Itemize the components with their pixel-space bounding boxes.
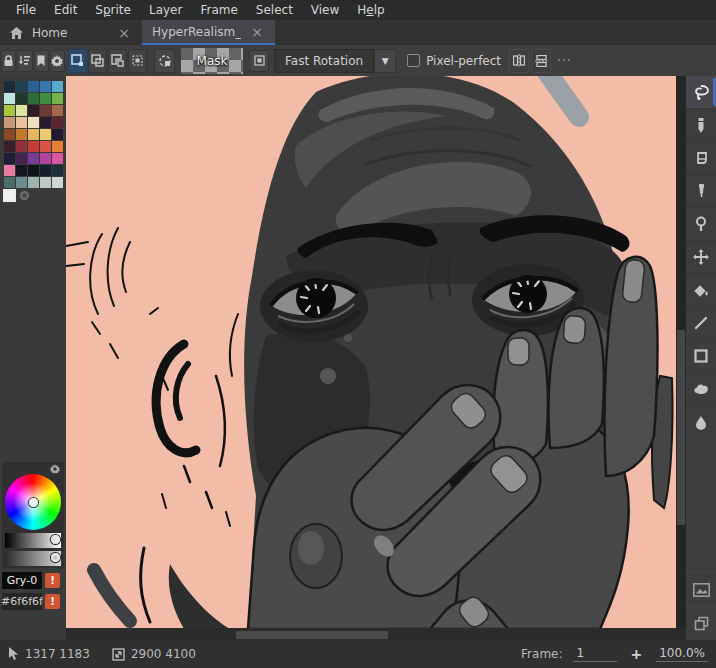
- tool-line[interactable]: [686, 307, 716, 340]
- tool-paint-bucket[interactable]: [686, 274, 716, 307]
- selection-replace-button[interactable]: [68, 49, 87, 73]
- value-slider[interactable]: [5, 533, 61, 548]
- layers-button[interactable]: [686, 606, 716, 640]
- hex-warning-button[interactable]: !: [45, 594, 60, 609]
- menu-edit[interactable]: Edit: [45, 1, 86, 19]
- palette-options-button[interactable]: [50, 50, 65, 72]
- transparent-color-icon[interactable]: [20, 191, 29, 200]
- palette-swatch[interactable]: [52, 117, 63, 128]
- tool-zoom[interactable]: [686, 208, 716, 241]
- pixel-perfect-option[interactable]: Pixel-perfect: [407, 54, 501, 68]
- pixel-perfect-checkbox[interactable]: [407, 54, 420, 67]
- palette-swatch[interactable]: [52, 177, 63, 188]
- horizontal-scrollbar-thumb[interactable]: [236, 631, 388, 639]
- palette-swatch[interactable]: [16, 81, 27, 92]
- tool-pencil[interactable]: [686, 109, 716, 142]
- palette-swatch[interactable]: [16, 93, 27, 104]
- palette-swatch[interactable]: [40, 93, 51, 104]
- palette-swatch[interactable]: [4, 177, 15, 188]
- palette-swatch[interactable]: [52, 81, 63, 92]
- palette-swatch[interactable]: [40, 129, 51, 140]
- vertical-scrollbar-thumb[interactable]: [677, 330, 685, 525]
- palette-swatch[interactable]: [4, 165, 15, 176]
- palette-swatch[interactable]: [28, 105, 39, 116]
- palette-swatch[interactable]: [40, 105, 51, 116]
- palette-swatch[interactable]: [52, 129, 63, 140]
- palette-lock-button[interactable]: [1, 50, 16, 72]
- palette-swatch[interactable]: [16, 153, 27, 164]
- color-wheel[interactable]: [5, 474, 61, 530]
- palette-swatch[interactable]: [16, 105, 27, 116]
- palette-swatch[interactable]: [40, 117, 51, 128]
- menu-frame[interactable]: Frame: [191, 1, 246, 19]
- color-wheel-cursor[interactable]: [29, 498, 38, 507]
- palette-swatch[interactable]: [4, 129, 15, 140]
- tool-eyedropper[interactable]: [686, 175, 716, 208]
- symmetry-vertical-button[interactable]: [509, 49, 529, 73]
- menu-file[interactable]: File: [7, 1, 45, 19]
- palette-presets-button[interactable]: [34, 50, 49, 72]
- foreground-color-name[interactable]: Gry-0: [2, 572, 42, 589]
- chevron-down-icon[interactable]: ▼: [374, 49, 396, 73]
- menu-view[interactable]: View: [302, 1, 348, 19]
- brush-preview[interactable]: Mask: [181, 48, 243, 74]
- tab-home-close-icon[interactable]: ×: [116, 26, 132, 40]
- alpha-slider[interactable]: [5, 551, 61, 566]
- palette-swatch[interactable]: [4, 153, 15, 164]
- zoom-input[interactable]: 100.0%: [656, 646, 708, 662]
- tool-contour[interactable]: [686, 373, 716, 406]
- color-warning-button[interactable]: !: [45, 573, 60, 588]
- tool-eraser[interactable]: [686, 142, 716, 175]
- palette-swatch[interactable]: [40, 165, 51, 176]
- horizontal-scrollbar[interactable]: [66, 630, 676, 640]
- tool-selection[interactable]: [686, 76, 716, 109]
- palette-swatch[interactable]: [52, 165, 63, 176]
- palette-swatch[interactable]: [28, 177, 39, 188]
- palette-swatch[interactable]: [28, 141, 39, 152]
- palette-swatch[interactable]: [4, 105, 15, 116]
- palette-swatch[interactable]: [16, 177, 27, 188]
- palette-swatch[interactable]: [16, 129, 27, 140]
- palette-swatch[interactable]: [4, 93, 15, 104]
- tab-document-close-icon[interactable]: ×: [249, 25, 265, 39]
- selection-intersect-button[interactable]: [128, 49, 147, 73]
- preview-button[interactable]: [686, 572, 716, 606]
- frame-input[interactable]: 1: [573, 646, 617, 662]
- tab-document[interactable]: HyperRealism_Canv ×: [142, 20, 275, 45]
- palette-swatch[interactable]: [28, 165, 39, 176]
- palette-swatch[interactable]: [16, 117, 27, 128]
- palette-sort-button[interactable]: [17, 50, 32, 72]
- palette-swatch[interactable]: [40, 81, 51, 92]
- palette-swatch[interactable]: [40, 153, 51, 164]
- palette-swatch[interactable]: [40, 177, 51, 188]
- context-more-button[interactable]: ···: [553, 54, 575, 68]
- tab-home[interactable]: Home ×: [0, 20, 142, 45]
- menu-sprite[interactable]: Sprite: [86, 1, 140, 19]
- tool-blur[interactable]: [686, 406, 716, 439]
- foreground-color-hex[interactable]: #6f6f6f: [2, 593, 42, 610]
- palette-swatch[interactable]: [28, 129, 39, 140]
- palette-swatch[interactable]: [16, 141, 27, 152]
- palette-swatch[interactable]: [40, 141, 51, 152]
- rotate-selection-button[interactable]: [154, 49, 175, 73]
- palette-swatch[interactable]: [52, 105, 63, 116]
- symmetry-horizontal-button[interactable]: [531, 49, 551, 73]
- menu-layer[interactable]: Layer: [140, 1, 191, 19]
- palette-swatch[interactable]: [28, 153, 39, 164]
- selection-subtract-button[interactable]: [108, 49, 127, 73]
- palette-swatch[interactable]: [52, 93, 63, 104]
- color-options-gear-icon[interactable]: [50, 464, 60, 474]
- ink-button[interactable]: [249, 50, 269, 72]
- tool-move[interactable]: [686, 241, 716, 274]
- add-frame-button[interactable]: +: [627, 646, 647, 662]
- value-slider-handle[interactable]: [51, 535, 60, 544]
- palette-swatch[interactable]: [4, 141, 15, 152]
- vertical-scrollbar[interactable]: [676, 76, 686, 630]
- canvas[interactable]: [66, 76, 676, 628]
- menu-help[interactable]: Help: [348, 1, 393, 19]
- palette-swatch[interactable]: [4, 117, 15, 128]
- palette-swatch[interactable]: [4, 81, 15, 92]
- menu-select[interactable]: Select: [247, 1, 302, 19]
- palette-swatch[interactable]: [28, 81, 39, 92]
- palette-swatch[interactable]: [52, 141, 63, 152]
